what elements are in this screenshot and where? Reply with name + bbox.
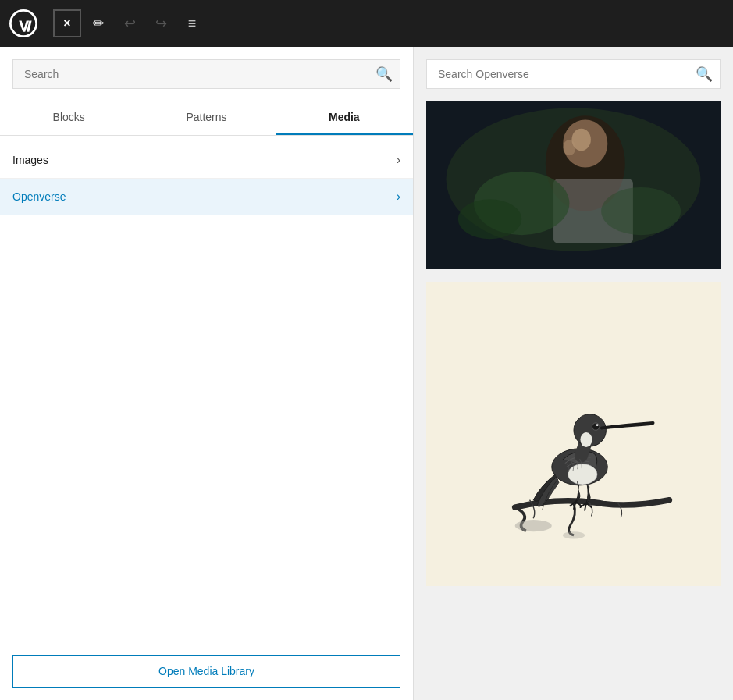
undo-icon: ↩ xyxy=(124,15,136,32)
tab-blocks[interactable]: Blocks xyxy=(0,101,137,135)
tab-patterns[interactable]: Patterns xyxy=(137,101,275,135)
toolbar: × ✏ ↩ ↪ ≡ xyxy=(0,0,733,47)
close-button[interactable]: × xyxy=(53,9,81,37)
menu-icon: ≡ xyxy=(188,16,197,32)
openverse-search-button[interactable]: 🔍 xyxy=(696,66,713,83)
search-input[interactable] xyxy=(12,59,400,89)
left-panel: 🔍 Blocks Patterns Media Images › Openver… xyxy=(0,47,414,700)
svg-point-10 xyxy=(563,140,575,155)
right-panel: 🔍 xyxy=(414,47,733,700)
chevron-right-icon: › xyxy=(397,153,400,167)
svg-point-18 xyxy=(562,531,584,538)
list-item[interactable]: Images › xyxy=(0,142,413,179)
open-media-library-button[interactable]: Open Media Library xyxy=(12,655,400,688)
search-icon: 🔍 xyxy=(696,66,713,82)
undo-button[interactable]: ↩ xyxy=(116,9,144,37)
bird-illustration-svg xyxy=(464,309,683,559)
openverse-search-input[interactable] xyxy=(426,59,721,89)
svg-point-15 xyxy=(592,423,599,430)
edit-icon: ✏ xyxy=(93,15,105,32)
svg-point-16 xyxy=(596,424,598,426)
tabs: Blocks Patterns Media xyxy=(0,101,413,136)
search-button[interactable]: 🔍 xyxy=(375,66,393,83)
openverse-label: Openverse xyxy=(12,190,66,203)
close-icon: × xyxy=(63,16,70,30)
image-1-svg xyxy=(426,101,721,269)
list-item[interactable]: Openverse › xyxy=(0,179,413,215)
wp-logo xyxy=(0,0,47,47)
chevron-right-icon: › xyxy=(397,190,400,204)
image-result[interactable] xyxy=(426,101,721,269)
menu-button[interactable]: ≡ xyxy=(178,9,206,37)
search-icon: 🔍 xyxy=(375,66,393,82)
openverse-search-bar: 🔍 xyxy=(426,59,721,89)
image-result[interactable] xyxy=(426,282,721,586)
tab-media[interactable]: Media xyxy=(276,101,413,135)
svg-point-14 xyxy=(580,432,592,447)
svg-point-12 xyxy=(568,464,597,485)
redo-button[interactable]: ↪ xyxy=(147,9,175,37)
media-list: Images › Openverse › xyxy=(0,136,413,642)
svg-point-7 xyxy=(458,199,522,239)
images-label: Images xyxy=(12,154,48,166)
svg-point-17 xyxy=(514,520,551,531)
redo-icon: ↪ xyxy=(155,15,167,32)
search-bar: 🔍 xyxy=(12,59,400,89)
main-content: 🔍 Blocks Patterns Media Images › Openver… xyxy=(0,47,733,700)
svg-point-8 xyxy=(601,187,681,235)
edit-button[interactable]: ✏ xyxy=(84,9,112,37)
